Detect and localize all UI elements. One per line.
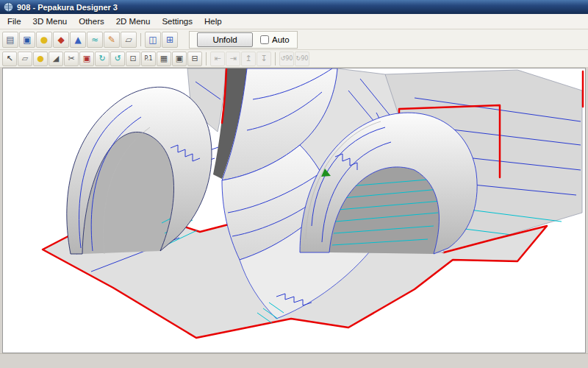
pen-tool-icon: ✎ <box>108 35 115 44</box>
menu-help[interactable]: Help <box>198 15 228 28</box>
layout-2d-window-icon: ⊞ <box>166 35 173 44</box>
menu-others[interactable]: Others <box>73 15 110 28</box>
align-left-button[interactable]: ⇤ <box>210 52 225 66</box>
align-top-button[interactable]: ↥ <box>241 52 256 66</box>
print-preview-icon: ⊟ <box>191 54 198 63</box>
print-preview-button[interactable]: ⊟ <box>187 52 202 66</box>
unfold-curve-icon: ≈ <box>91 35 98 44</box>
toolbar-main-icons: ▤▣●◆▲≈✎▱◫⊞ <box>2 32 178 48</box>
reset-view-button[interactable]: ↺ <box>110 52 125 66</box>
3d-object-icon: ◆ <box>57 35 64 44</box>
rotate-view-button[interactable]: ↻ <box>95 52 110 66</box>
edit-flap-button[interactable]: ▱ <box>18 52 32 66</box>
rotate-left-90-button[interactable]: ↺90 <box>279 52 294 66</box>
page-number-icon: P.1 <box>144 56 152 62</box>
rotate-right-90-button[interactable]: ↻90 <box>295 52 309 66</box>
title-bar[interactable]: 908 - Pepakura Designer 3 <box>0 0 588 14</box>
auto-option: Auto <box>260 35 290 44</box>
new-file-button[interactable]: ▤ <box>2 32 18 48</box>
align-top-icon: ↥ <box>245 54 251 63</box>
check-edge-button[interactable]: ● <box>33 52 48 66</box>
menu-bar: File 3D Menu Others 2D Menu Settings Hel… <box>0 14 588 29</box>
toolbar-tools-icons: ↖▱●◢✂▣↻↺⊡P.1▦▣⊟⇤⇥↥↧↺90↻90 <box>2 52 309 66</box>
window-title: 908 - Pepakura Designer 3 <box>17 3 118 12</box>
cut-edge-icon: ✂ <box>68 54 74 63</box>
edit-flap-icon: ▱ <box>22 54 28 63</box>
model-viewport[interactable] <box>2 68 586 353</box>
toolbar-main: ▤▣●◆▲≈✎▱◫⊞ Unfold Auto <box>0 29 588 50</box>
unfold-curve-button[interactable]: ≈ <box>87 32 103 48</box>
join-edge-button[interactable]: ▣ <box>79 52 94 66</box>
toolbar-tools: ↖▱●◢✂▣↻↺⊡P.1▦▣⊟⇤⇥↥↧↺90↻90 <box>0 50 588 68</box>
unfold-group: Unfold Auto <box>189 31 298 49</box>
app-icon <box>4 2 13 12</box>
divide-face-button[interactable]: ◢ <box>49 52 63 66</box>
menu-settings[interactable]: Settings <box>156 15 198 28</box>
unfold-button[interactable]: Unfold <box>197 32 253 47</box>
select-tool-icon: ↖ <box>6 54 12 63</box>
texture-icon: ▲ <box>74 35 81 44</box>
layout-both-windows-icon: ◫ <box>148 35 157 44</box>
layout-both-windows-button[interactable]: ◫ <box>145 32 161 48</box>
menu-file[interactable]: File <box>1 15 27 28</box>
align-left-icon: ⇤ <box>214 54 220 63</box>
rotate-view-icon: ↻ <box>98 54 105 63</box>
zoom-fit-icon: ⊡ <box>129 54 136 63</box>
3d-object-button[interactable]: ◆ <box>53 32 69 48</box>
page-number-button[interactable]: P.1 <box>141 52 156 66</box>
check-edge-icon: ● <box>37 54 44 63</box>
frame-view-icon: ▣ <box>176 54 183 63</box>
align-right-icon: ⇥ <box>229 54 236 63</box>
save-icon: ▣ <box>23 35 31 44</box>
grid-view-button[interactable]: ▦ <box>157 52 171 66</box>
frame-view-button[interactable]: ▣ <box>172 52 187 66</box>
car-model-svg <box>3 68 585 353</box>
save-button[interactable]: ▣ <box>19 32 35 48</box>
texture-button[interactable]: ▲ <box>70 32 86 48</box>
layout-2d-window-button[interactable]: ⊞ <box>162 32 178 48</box>
align-right-button[interactable]: ⇥ <box>226 52 240 66</box>
divide-face-icon: ◢ <box>53 54 59 63</box>
light-toggle-button[interactable]: ● <box>36 32 52 48</box>
grid-view-icon: ▦ <box>160 54 168 63</box>
align-bottom-button[interactable]: ↧ <box>257 52 271 66</box>
rotate-left-90-icon: ↺90 <box>281 56 293 62</box>
toolbar-separator <box>206 52 207 66</box>
app-window: 908 - Pepakura Designer 3 File 3D Menu O… <box>0 0 588 368</box>
select-tool-button[interactable]: ↖ <box>2 52 17 66</box>
zoom-fit-button[interactable]: ⊡ <box>126 52 140 66</box>
new-file-icon: ▤ <box>6 35 14 44</box>
status-bar <box>0 353 588 368</box>
menu-3d-menu[interactable]: 3D Menu <box>27 15 74 28</box>
align-bottom-icon: ↧ <box>260 54 267 63</box>
toolbar-separator <box>140 33 141 46</box>
rotate-right-90-icon: ↻90 <box>296 56 309 62</box>
pen-tool-button[interactable]: ✎ <box>104 32 120 48</box>
auto-checkbox[interactable] <box>260 35 269 44</box>
join-edge-icon: ▣ <box>83 54 90 63</box>
auto-checkbox-label: Auto <box>272 35 290 44</box>
menu-2d-menu[interactable]: 2D Menu <box>110 15 157 28</box>
note-tool-icon: ▱ <box>125 35 132 44</box>
cut-edge-button[interactable]: ✂ <box>64 52 79 66</box>
toolbar-separator <box>275 52 276 66</box>
note-tool-button[interactable]: ▱ <box>121 32 137 48</box>
reset-view-icon: ↺ <box>114 54 121 63</box>
light-toggle-icon: ● <box>40 35 48 44</box>
